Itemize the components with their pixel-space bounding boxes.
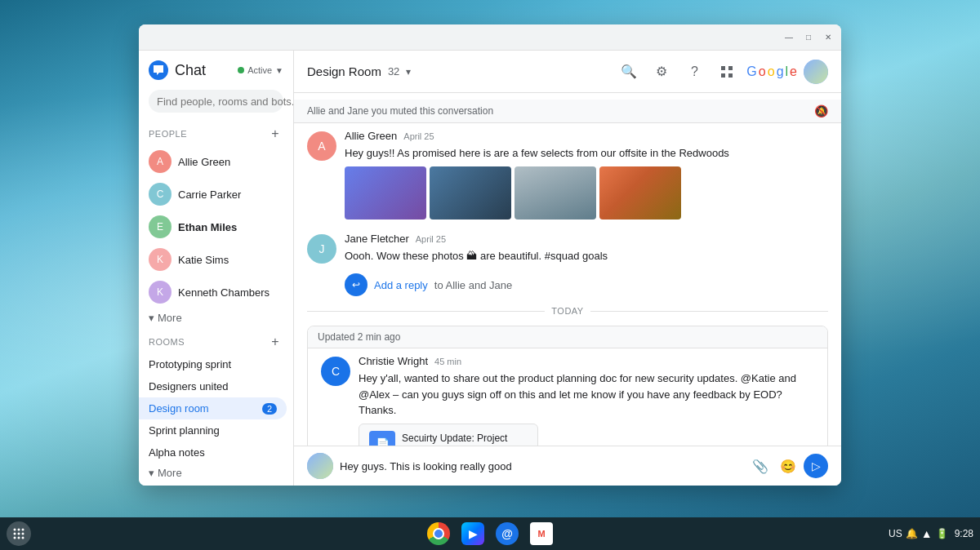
- settings-button[interactable]: ⚙: [648, 59, 675, 85]
- help-button[interactable]: ?: [681, 59, 707, 85]
- search-input[interactable]: [157, 95, 294, 108]
- sender-name-christie: Christie Wright: [359, 355, 428, 367]
- muted-notice: Allie and Jane you muted this conversati…: [294, 100, 841, 123]
- sidebar-item-katie-sims[interactable]: K Katie Sims: [139, 243, 287, 276]
- photo-thumb-3[interactable]: [514, 166, 596, 220]
- muted-bell-icon[interactable]: 🔕: [814, 104, 828, 118]
- add-reply-link[interactable]: Add a reply: [374, 279, 428, 291]
- photo-thumb-4[interactable]: [599, 166, 681, 220]
- sidebar-item-design-room[interactable]: Design room 2: [139, 397, 287, 419]
- svg-point-4: [18, 533, 20, 535]
- status-indicator[interactable]: Active ▼: [238, 65, 283, 75]
- sidebar-item-allie-green[interactable]: A Allie Green: [139, 145, 287, 178]
- google-logo: Google: [746, 64, 797, 79]
- svg-point-5: [22, 533, 24, 535]
- room-name-prototyping-sprint: Prototyping sprint: [149, 358, 277, 370]
- rooms-more-button[interactable]: ▾ More: [139, 464, 293, 482]
- chevron-down-icon: ▾: [149, 312, 154, 324]
- taskbar-apps: ▶ @ M: [423, 518, 557, 549]
- message-body-jane: Jane Fletcher April 25 Oooh. Wow these p…: [345, 233, 828, 264]
- avatar-christie: C: [321, 357, 350, 386]
- send-message-button[interactable]: ▷: [804, 454, 828, 478]
- sidebar: Chat Active ▼ 🔍 PEOPLE + A: [139, 51, 294, 486]
- updated-card: Updated 2 min ago C Christie Wright 45 m…: [307, 326, 828, 446]
- message-text-jane: Oooh. Wow these photos 🏔 are beautiful. …: [345, 248, 828, 264]
- rooms-section-header: ROOMS +: [139, 327, 293, 353]
- room-chevron-icon[interactable]: ▾: [406, 66, 411, 78]
- gmail-icon[interactable]: M: [526, 518, 557, 549]
- message-group-christie: C Christie Wright 45 min Hey y'all, want…: [308, 348, 827, 446]
- taskbar-system-tray: US 🔔 ▲ 🔋 9:28: [889, 527, 973, 540]
- message-text-allie: Hey guys!! As promised here is are a few…: [345, 145, 828, 162]
- room-name-design-room: Design room: [149, 402, 262, 415]
- svg-point-8: [22, 537, 24, 539]
- date-line-left: [307, 311, 545, 312]
- reply-to-text: to Allie and Jane: [434, 279, 512, 291]
- main-chat-area: Design Room 32 ▾ 🔍 ⚙ ?: [294, 51, 841, 486]
- add-room-button[interactable]: +: [267, 334, 283, 350]
- chevron-down-rooms-icon: ▾: [149, 467, 154, 479]
- sidebar-app-name: Chat: [175, 62, 206, 79]
- sender-name-jane: Jane Fletcher: [345, 233, 409, 245]
- people-more-button[interactable]: ▾ More: [139, 308, 293, 327]
- taskbar: ▶ @ M US 🔔 ▲ 🔋 9:28: [0, 517, 980, 550]
- gmail-at-icon[interactable]: @: [492, 518, 523, 549]
- chrome-app-icon[interactable]: [423, 518, 454, 549]
- sidebar-item-ethan-miles[interactable]: E Ethan Miles: [139, 211, 287, 243]
- add-person-button[interactable]: +: [267, 126, 283, 142]
- bots-section-header: BOTS +: [139, 482, 293, 486]
- person-name-allie-green: Allie Green: [178, 156, 277, 168]
- rooms-section-label: ROOMS: [149, 337, 185, 347]
- message-input[interactable]: [340, 460, 742, 472]
- svg-point-6: [14, 537, 16, 539]
- message-group-jane: J Jane Fletcher April 25 Oooh. Wow these…: [294, 226, 841, 271]
- room-name-designers-united: Designers united: [149, 380, 277, 393]
- svg-rect-9: [721, 66, 725, 70]
- sidebar-item-sprint-planning[interactable]: Sprint planning: [139, 419, 287, 441]
- search-box: 🔍: [149, 90, 283, 113]
- avatar-allie-green: A: [149, 150, 172, 173]
- avatar-allie: A: [307, 131, 336, 161]
- message-body-christie: Christie Wright 45 min Hey y'all, wanted…: [359, 355, 814, 446]
- window-close-button[interactable]: ✕: [822, 31, 835, 44]
- photo-thumb-1[interactable]: [345, 166, 426, 220]
- apps-button[interactable]: [714, 59, 740, 85]
- room-name-sprint-planning: Sprint planning: [149, 424, 277, 437]
- chat-messages-area: Allie and Jane you muted this conversati…: [294, 93, 841, 446]
- window-maximize-button[interactable]: □: [802, 31, 815, 44]
- attach-file-button[interactable]: 📎: [748, 454, 773, 478]
- emoji-button[interactable]: 😊: [776, 454, 800, 478]
- launcher-button[interactable]: [7, 521, 31, 546]
- svg-rect-10: [728, 66, 733, 70]
- attachment-card[interactable]: 📄 Secuirty Update: Project Plan: [359, 424, 538, 446]
- message-group-allie: A Allie Green April 25 Hey guys!! As pro…: [294, 123, 841, 226]
- wifi-icon: ▲: [921, 527, 933, 540]
- sidebar-item-prototyping-sprint[interactable]: Prototyping sprint: [139, 353, 287, 375]
- svg-point-2: [22, 529, 24, 531]
- attachment-name: Secuirty Update: Project Plan: [402, 432, 528, 446]
- user-avatar[interactable]: [804, 60, 828, 84]
- svg-rect-11: [721, 73, 725, 78]
- sidebar-item-carrie-parker[interactable]: C Carrie Parker: [139, 178, 287, 211]
- room-title: Design Room: [307, 64, 381, 78]
- updated-messages: C Christie Wright 45 min Hey y'all, want…: [308, 348, 827, 446]
- photo-thumb-2[interactable]: [430, 166, 511, 220]
- message-time-jane: April 25: [416, 234, 446, 244]
- room-name-alpha-notes: Alpha notes: [149, 446, 277, 459]
- sidebar-item-alpha-notes[interactable]: Alpha notes: [139, 441, 287, 464]
- date-label: TODAY: [551, 306, 583, 316]
- sidebar-search-container: 🔍: [139, 86, 293, 119]
- sidebar-item-kenneth-chambers[interactable]: K Kenneth Chambers: [139, 276, 287, 308]
- avatar-jane: J: [307, 234, 336, 264]
- avatar-kenneth-chambers: K: [149, 281, 172, 304]
- message-header-christie: Christie Wright 45 min: [359, 355, 814, 367]
- date-divider: TODAY: [294, 299, 841, 322]
- person-name-kenneth-chambers: Kenneth Chambers: [178, 286, 277, 299]
- sidebar-item-designers-united[interactable]: Designers united: [139, 375, 287, 397]
- search-chat-button[interactable]: 🔍: [616, 59, 642, 85]
- window-minimize-button[interactable]: —: [782, 31, 795, 44]
- message-input-row: 📎 😊 ▷: [294, 446, 841, 486]
- input-user-avatar: [307, 453, 333, 479]
- member-count: 32: [388, 65, 399, 78]
- play-store-icon[interactable]: ▶: [457, 518, 488, 549]
